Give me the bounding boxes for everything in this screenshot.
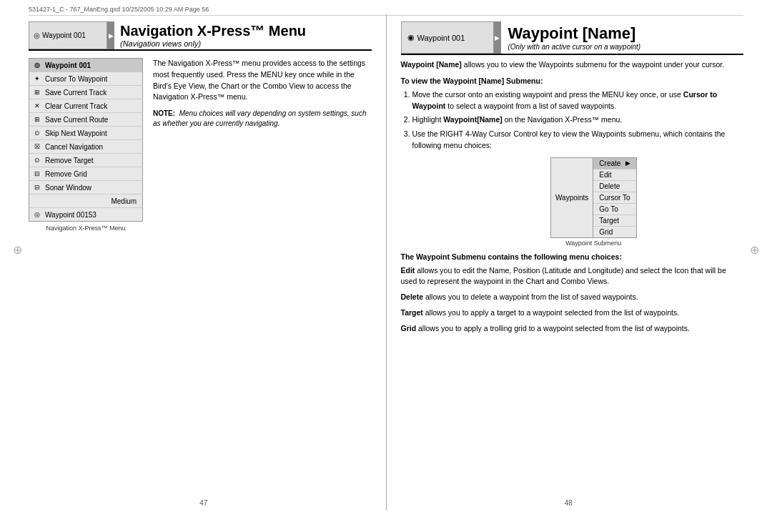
remove-grid-icon: ⊟	[32, 169, 42, 179]
waypoint-label-box: ◉ Waypoint 001	[401, 21, 494, 54]
waypoint-label-icon: ◉	[407, 33, 415, 42]
menu-item-label: Sonar Window	[45, 184, 91, 192]
spread: ◎ Waypoint 001 ▶ Navigation X-Press™ Men…	[21, 14, 751, 511]
waypoint-title-box: Waypoint [Name] (Only with an active cur…	[501, 21, 744, 54]
nav-label-box: ◎ Waypoint 001	[29, 21, 107, 49]
submenu-item-edit: Edit	[593, 169, 635, 181]
cursor-icon: ✦	[32, 74, 42, 84]
submenu-arrow: ▶	[625, 159, 630, 167]
save-track-icon: ⊞	[32, 87, 42, 97]
waypoint-title: Waypoint [Name]	[508, 24, 737, 43]
submenu-item-delete: Delete	[593, 181, 635, 192]
file-info: 531427-1_C - 767_ManEng.qxd 10/25/2005 1…	[29, 6, 209, 13]
menu-box: ◎ Waypoint 001 ✦ Cursor To Waypoint ⊞ Sa…	[29, 58, 143, 222]
menu-item-waypoint-00153: ◎ Waypoint 00153	[29, 208, 142, 221]
waypoint-subtitle: (Only with an active cursor on a waypoin…	[508, 43, 737, 51]
right-page: ◉ Waypoint 001 ▶ Waypoint [Name] (Only w…	[387, 14, 751, 511]
right-intro-text: Waypoint [Name] allows you to view the W…	[401, 59, 744, 71]
submenu-label-col: Waypoints	[551, 158, 593, 237]
skip-icon: ⊙	[32, 128, 42, 138]
menu-screenshot: ◎ Waypoint 001 ✦ Cursor To Waypoint ⊞ Sa…	[29, 58, 143, 232]
nav-xpress-subtitle: (Navigation views only)	[120, 39, 366, 48]
cursor-bold: Cursor to Waypoint	[412, 90, 718, 110]
step-1: Move the cursor onto an existing waypoin…	[412, 89, 744, 112]
desc-delete: Delete allows you to delete a waypoint f…	[401, 292, 744, 303]
submenu-item-label: Delete	[599, 182, 620, 190]
desc-edit-term: Edit	[401, 266, 415, 275]
menu-item-remove-grid: ⊟ Remove Grid	[29, 167, 142, 181]
medium-icon	[32, 196, 42, 206]
nav-label-text: Waypoint 001	[42, 31, 86, 39]
submenu-container: Waypoints Create ▶ Edit Delete	[444, 157, 744, 247]
menu-item-label: Skip Next Waypoint	[45, 129, 107, 137]
menu-item-cancel-navigation: ☒ Cancel Navigation	[29, 140, 142, 154]
menu-item-label: Waypoint 00153	[45, 211, 96, 219]
steps-heading: To view the Waypoint [Name] Submenu:	[401, 77, 744, 85]
menu-item-remove-target: ⊙ Remove Target	[29, 154, 142, 167]
desc-edit-text: allows you to edit the Name, Position (L…	[401, 266, 726, 286]
desc-grid: Grid allows you to apply a trolling grid…	[401, 323, 744, 335]
menu-item-sonar-window: ⊟ Sonar Window	[29, 181, 142, 194]
submenu-item-grid: Grid	[593, 227, 635, 237]
menu-item-label: Cursor To Waypoint	[45, 75, 107, 83]
submenu-item-target: Target	[593, 215, 635, 227]
submenu-item-label: Edit	[599, 171, 611, 179]
nav-label-icon: ◎	[34, 31, 40, 39]
desc-target-term: Target	[401, 308, 423, 317]
submenu-item-label: Go To	[599, 205, 618, 213]
menu-item-medium: Medium	[29, 194, 142, 208]
menu-item-waypoint001: ◎ Waypoint 001	[29, 59, 142, 72]
note-content: Menu choices will vary depending on syst…	[153, 109, 366, 127]
separator-arrow: ▶	[107, 21, 114, 49]
page-wrapper: 531427-1_C - 767_ManEng.qxd 10/25/2005 1…	[0, 0, 772, 532]
step-3: Use the RIGHT 4-Way Cursor Control key t…	[412, 129, 744, 152]
note-text: NOTE: Menu choices will vary depending o…	[153, 109, 372, 129]
submenu-item-label: Create	[599, 159, 620, 167]
submenu-label: Waypoints	[555, 194, 588, 202]
desc-grid-text: allows you to apply a trolling grid to a…	[418, 324, 690, 332]
menu-item-save-current-track: ⊞ Save Current Track	[29, 86, 142, 99]
submenu-item-label: Grid	[599, 228, 613, 236]
desc-delete-term: Delete	[401, 292, 424, 301]
left-page: ◎ Waypoint 001 ▶ Navigation X-Press™ Men…	[21, 14, 387, 511]
page-number-left: 47	[199, 499, 207, 507]
menu-item-clear-current-track: ✕ Clear Current Track	[29, 99, 142, 113]
menu-item-label: Save Current Route	[45, 116, 108, 124]
note-label: NOTE:	[153, 109, 175, 117]
submenu-table: Waypoints Create ▶ Edit Delete	[550, 157, 637, 238]
menu-item-label: Waypoint 001	[45, 61, 91, 69]
separator-arrow-right: ▶	[494, 21, 501, 54]
submenu-section-heading: The Waypoint Submenu contains the follow…	[401, 252, 744, 261]
reg-mark-right: ⊕	[750, 243, 759, 257]
nav-xpress-header: ◎ Waypoint 001 ▶ Navigation X-Press™ Men…	[29, 21, 372, 51]
waypoint-header: ◉ Waypoint 001 ▶ Waypoint [Name] (Only w…	[401, 21, 744, 55]
menu-item-cursor-to-waypoint: ✦ Cursor To Waypoint	[29, 72, 142, 86]
body-content: The Navigation X-Press™ menu provides ac…	[153, 58, 372, 232]
submenu-item-label: Cursor To	[599, 194, 630, 202]
waypoint-name-bold2: Waypoint[Name]	[443, 115, 502, 124]
menu-item-skip-next-waypoint: ⊙ Skip Next Waypoint	[29, 127, 142, 140]
sonar-icon: ⊟	[32, 182, 42, 192]
menu-caption: Navigation X-Press™ Menu	[29, 225, 143, 232]
cancel-icon: ☒	[32, 142, 42, 152]
right-intro-rest: allows you to view the Waypoints submenu…	[464, 60, 724, 69]
step-2: Highlight Waypoint[Name] on the Navigati…	[412, 114, 744, 126]
desc-delete-text: allows you to delete a waypoint from the…	[425, 292, 638, 301]
submenu-item-go-to: Go To	[593, 204, 635, 215]
waypoint-icon: ◎	[32, 60, 42, 70]
remove-target-icon: ⊙	[32, 155, 42, 165]
menu-item-label: Remove Grid	[45, 170, 87, 178]
submenu-caption: Waypoint Submenu	[565, 240, 621, 247]
desc-grid-term: Grid	[401, 324, 417, 332]
waypoint-label-text: Waypoint 001	[417, 34, 465, 42]
desc-target-text: allows you to apply a target to a waypoi…	[425, 308, 679, 317]
save-route-icon: ⊞	[32, 114, 42, 124]
clear-track-icon: ✕	[32, 101, 42, 111]
waypoint2-icon: ◎	[32, 210, 42, 220]
waypoint-name-bold: Waypoint [Name]	[401, 60, 462, 69]
menu-item-label: Cancel Navigation	[45, 143, 103, 151]
menu-item-label: Clear Current Track	[45, 102, 107, 110]
menu-item-save-current-route: ⊞ Save Current Route	[29, 113, 142, 127]
menu-item-label: Medium	[111, 197, 139, 205]
submenu-item-create: Create ▶	[593, 158, 635, 169]
